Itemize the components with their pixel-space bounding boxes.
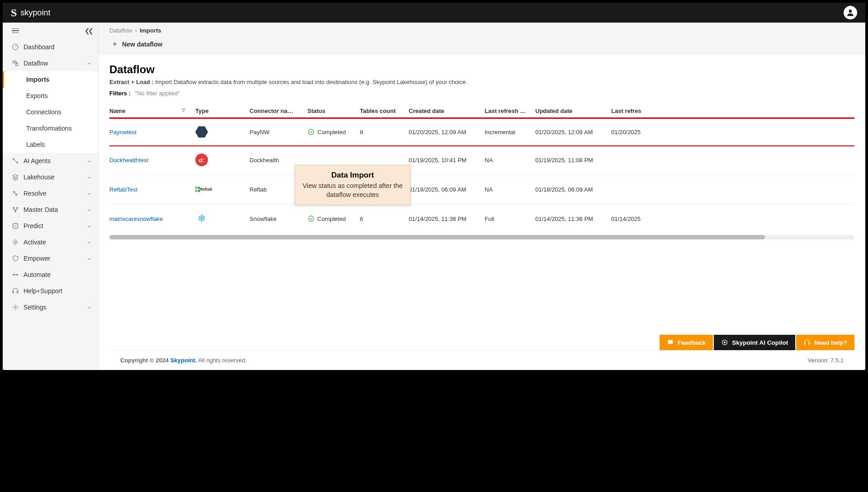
- svg-rect-15: [13, 291, 14, 293]
- cell-last-refresh: 01/14/2025: [611, 216, 656, 222]
- th-tables[interactable]: Tables count: [360, 108, 409, 114]
- svg-rect-22: [804, 343, 806, 345]
- skypoint-link[interactable]: Skypoint.: [170, 357, 197, 364]
- copilot-button[interactable]: Skypoint AI Copilot: [714, 335, 795, 350]
- nav-lakehouse[interactable]: Lakehouse: [3, 169, 98, 185]
- filter-icon[interactable]: [181, 108, 186, 114]
- ai-agents-icon: [12, 157, 19, 164]
- sub-imports[interactable]: Imports: [3, 71, 98, 88]
- nav-label: Resolve: [24, 190, 47, 197]
- cell-type: ❄: [195, 212, 250, 225]
- new-dataflow-label: New dataflow: [122, 41, 162, 48]
- table-row[interactable]: Dockhealthtestd:Dockhealth01/19/2025, 10…: [109, 145, 854, 174]
- nav-automate[interactable]: Automate: [3, 267, 98, 283]
- svg-point-8: [13, 207, 14, 209]
- content: Dataflow Extract + Load : Import Dataflo…: [99, 55, 865, 370]
- cell-name[interactable]: ReftabTest: [109, 186, 195, 193]
- footer: Copyright © 2024 Skypoint. All rights re…: [109, 350, 854, 370]
- breadcrumb-parent[interactable]: Dataflow: [109, 27, 132, 34]
- cell-last-refresh: 01/20/2025: [611, 129, 656, 136]
- cell-refresh-type: Incremental: [485, 129, 535, 136]
- th-type[interactable]: Type: [195, 108, 250, 114]
- nav-master-data[interactable]: Master Data: [3, 201, 98, 218]
- scrollbar-thumb[interactable]: [109, 235, 765, 239]
- table-body: PaynwtestPayNWCompleted801/20/2025, 12:0…: [109, 117, 854, 233]
- need-help-button[interactable]: Need help?: [796, 335, 854, 350]
- nav-label: Dataflow: [24, 60, 48, 67]
- nav-dashboard[interactable]: Dashboard: [3, 39, 98, 55]
- nav-dataflow[interactable]: Dataflow: [3, 55, 98, 71]
- th-last-refresh[interactable]: Last refres: [611, 108, 656, 114]
- collapse-sidebar-icon[interactable]: ❮❮: [85, 27, 92, 34]
- table-row[interactable]: ReftabTestReftabReftab01/18/2025, 06:09 …: [109, 174, 854, 204]
- th-status[interactable]: Status: [307, 108, 360, 114]
- resolve-icon: [12, 190, 19, 197]
- dataflow-icon: [12, 60, 19, 67]
- page-title: Dataflow: [109, 63, 854, 76]
- svg-point-19: [308, 216, 314, 221]
- cell-updated: 01/19/2025, 11:08 PM: [535, 157, 611, 164]
- predict-icon: [12, 222, 19, 230]
- paynw-icon: [195, 126, 208, 138]
- nav-predict[interactable]: Predict: [3, 218, 98, 234]
- new-dataflow-button[interactable]: ＋ New dataflow: [109, 37, 164, 52]
- nav-settings[interactable]: Settings: [3, 299, 98, 315]
- nav-resolve[interactable]: Resolve: [3, 185, 98, 201]
- cell-created: 01/18/2025, 06:09 AM: [409, 186, 485, 193]
- version: Version: 7.5.1: [808, 357, 844, 364]
- nav-label: AI Agents: [24, 157, 51, 164]
- table-header: Name Type Connector na… Status Tables co…: [109, 103, 854, 119]
- page-desc: Extract + Load : Import Dataflow extract…: [109, 79, 854, 85]
- footer-actions: Feedback Skypoint AI Copilot Need help?: [109, 335, 854, 350]
- cell-status: Completed: [307, 215, 360, 222]
- nav-ai-agents[interactable]: AI Agents: [3, 153, 98, 169]
- sub-exports[interactable]: Exports: [3, 88, 98, 104]
- cell-updated: 01/18/2025, 06:09 AM: [535, 186, 611, 193]
- user-avatar[interactable]: [844, 6, 857, 19]
- th-name[interactable]: Name: [109, 108, 195, 114]
- nav-help[interactable]: Help+Support: [3, 283, 98, 299]
- svg-point-13: [13, 274, 14, 276]
- callout-title: Data Import: [302, 171, 403, 180]
- chevron-down-icon: [86, 174, 92, 180]
- hamburger-icon[interactable]: [12, 28, 19, 33]
- dataflow-subitems: Imports Exports Connections Transformati…: [3, 71, 98, 153]
- th-refresh-type[interactable]: Last refresh …: [485, 108, 535, 114]
- filters: Filters : "No filter applied": [109, 90, 854, 97]
- check-icon: [307, 128, 315, 136]
- reftab-icon: Reftab: [195, 183, 208, 196]
- cell-updated: 01/20/2025, 12:09 AM: [535, 129, 611, 136]
- nav-label: Dashboard: [24, 43, 55, 51]
- cell-name[interactable]: matrixcaresnowflake: [109, 216, 195, 222]
- breadcrumb-current: Imports: [140, 27, 161, 34]
- chevron-down-icon: [86, 256, 92, 261]
- sidebar-top: ❮❮: [3, 23, 98, 39]
- th-updated[interactable]: Updated date: [535, 108, 611, 114]
- cell-name[interactable]: Dockhealthtest: [109, 157, 195, 164]
- feedback-button[interactable]: Feedback: [660, 335, 713, 350]
- table-row[interactable]: PaynwtestPayNWCompleted801/20/2025, 12:0…: [109, 117, 854, 146]
- sub-transformations[interactable]: Transformations: [3, 120, 98, 136]
- th-connector[interactable]: Connector na…: [250, 108, 307, 114]
- plus-icon: ＋: [111, 39, 118, 49]
- cell-tables: 6: [360, 216, 409, 222]
- sub-connections[interactable]: Connections: [3, 104, 98, 120]
- svg-point-4: [13, 159, 14, 160]
- snowflake-icon: ❄: [195, 212, 208, 225]
- cell-name[interactable]: Paynwtest: [109, 129, 195, 136]
- table-row[interactable]: matrixcaresnowflake❄SnowflakeCompleted60…: [109, 204, 854, 233]
- app-root: S skypoint ❮❮ Dashboard Dataflo: [3, 3, 865, 370]
- horizontal-scrollbar[interactable]: [109, 235, 854, 239]
- nav-label: Predict: [24, 222, 43, 230]
- activate-icon: [12, 239, 19, 246]
- sub-labels[interactable]: Labels: [3, 136, 98, 153]
- callout-tooltip: Data Import View status as completed aft…: [295, 165, 410, 205]
- cell-refresh-type: Full: [485, 216, 535, 222]
- breadcrumb: Dataflow › Imports: [109, 23, 854, 37]
- table-wrap[interactable]: Name Type Connector na… Status Tables co…: [109, 103, 854, 239]
- nav-label: Settings: [24, 304, 47, 311]
- nav-activate[interactable]: Activate: [3, 234, 98, 250]
- page-desc-text: Import Dataflow extracts data from multi…: [154, 79, 467, 85]
- th-created[interactable]: Created date: [409, 108, 485, 114]
- nav-empower[interactable]: Empower: [3, 250, 98, 267]
